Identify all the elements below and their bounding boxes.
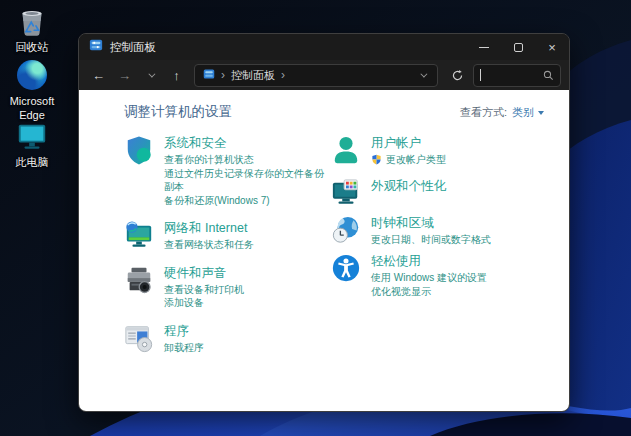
search-input[interactable] [485, 69, 539, 81]
window-controls: × [467, 34, 569, 60]
uac-shield-icon [371, 154, 382, 165]
refresh-icon [451, 69, 464, 82]
arrow-left-icon: ← [92, 68, 105, 83]
category-hardware-sound: 硬件和声音 查看设备和打印机 添加设备 [124, 265, 331, 310]
category-programs: 程序 卸载程序 [124, 323, 331, 355]
category-ease-of-access: 轻松使用 使用 Windows 建议的设置 优化视觉显示 [331, 253, 544, 298]
task-link[interactable]: 查看网络状态和任务 [164, 238, 254, 252]
category-title[interactable]: 网络和 Internet [164, 221, 254, 236]
minimize-icon [479, 47, 489, 48]
category-column-left: 系统和安全 查看你的计算机状态 通过文件历史记录保存你的文件备份副本 备份和还原… [124, 135, 331, 367]
category-title[interactable]: 程序 [164, 324, 204, 339]
maximize-icon [514, 43, 523, 52]
printer-icon [124, 265, 154, 295]
category-title[interactable]: 时钟和区域 [371, 216, 491, 231]
programs-icon [124, 323, 154, 353]
shield-icon [124, 135, 154, 165]
chevron-down-icon[interactable] [420, 70, 427, 77]
category-title[interactable]: 外观和个性化 [371, 179, 446, 194]
refresh-button[interactable] [444, 64, 470, 87]
task-link[interactable]: 使用 Windows 建议的设置 [371, 271, 487, 285]
navigation-bar: ← → ↑ › 控制面板 › [79, 60, 569, 90]
category-title[interactable]: 轻松使用 [371, 254, 487, 269]
category-network-internet: 网络和 Internet 查看网络状态和任务 [124, 220, 331, 252]
window-title: 控制面板 [110, 40, 156, 55]
view-by-label: 查看方式: [460, 105, 507, 120]
task-link[interactable]: 优化视觉显示 [371, 285, 487, 299]
minimize-button[interactable] [467, 34, 501, 60]
desktop-icon-label: 回收站 [16, 41, 49, 55]
category-appearance-personalization: 外观和个性化 [331, 178, 544, 208]
close-icon: × [548, 41, 556, 54]
user-icon [331, 135, 361, 165]
chevron-down-icon [148, 70, 155, 77]
task-link[interactable]: 通过文件历史记录保存你的文件备份副本 [164, 167, 331, 194]
breadcrumb-control-panel[interactable]: 控制面板 [231, 68, 275, 83]
titlebar: 控制面板 × [79, 34, 569, 60]
breadcrumb-separator: › [281, 68, 285, 82]
task-link[interactable]: 更改日期、时间或数字格式 [371, 233, 491, 247]
search-icon [543, 70, 554, 81]
page-title: 调整计算机的设置 [124, 103, 232, 121]
task-link[interactable]: 更改帐户类型 [371, 153, 446, 167]
recent-locations-button[interactable] [139, 64, 162, 86]
category-title[interactable]: 系统和安全 [164, 136, 331, 151]
caret-down-icon [538, 111, 544, 115]
task-link[interactable]: 查看你的计算机状态 [164, 153, 331, 167]
task-link[interactable]: 卸载程序 [164, 341, 204, 355]
recycle-bin-icon [15, 4, 49, 38]
back-button[interactable]: ← [87, 64, 110, 86]
breadcrumb-separator: › [221, 68, 225, 82]
ease-of-access-icon [331, 253, 361, 283]
personalization-icon [331, 178, 361, 208]
control-panel-content: 调整计算机的设置 查看方式: 类别 [79, 90, 569, 411]
view-by: 查看方式: 类别 [460, 103, 544, 120]
this-pc-icon [15, 119, 49, 153]
task-link[interactable]: 备份和还原(Windows 7) [164, 194, 331, 208]
arrow-up-icon: ↑ [173, 68, 180, 83]
desktop-icon-this-pc[interactable]: 此电脑 [2, 119, 62, 170]
maximize-button[interactable] [501, 34, 535, 60]
category-title[interactable]: 硬件和声音 [164, 266, 244, 281]
desktop-icon-recycle-bin[interactable]: 回收站 [2, 4, 62, 55]
search-box[interactable] [473, 64, 561, 87]
control-panel-icon [203, 66, 215, 84]
view-by-dropdown[interactable]: 类别 [512, 105, 544, 120]
clock-region-icon [331, 215, 361, 245]
close-button[interactable]: × [535, 34, 569, 60]
address-bar[interactable]: › 控制面板 › [194, 64, 438, 87]
forward-button[interactable]: → [113, 64, 136, 86]
task-link[interactable]: 添加设备 [164, 296, 244, 310]
desktop: 回收站 Microsoft Edge 此电脑 [0, 0, 631, 436]
category-clock-region: 时钟和区域 更改日期、时间或数字格式 [331, 215, 544, 247]
edge-icon [15, 58, 49, 92]
control-panel-icon [89, 38, 103, 56]
up-button[interactable]: ↑ [165, 64, 188, 86]
category-user-accounts: 用户帐户 更改帐户类型 [331, 135, 544, 167]
category-system-security: 系统和安全 查看你的计算机状态 通过文件历史记录保存你的文件备份副本 备份和还原… [124, 135, 331, 207]
category-title[interactable]: 用户帐户 [371, 136, 446, 151]
category-column-right: 用户帐户 更改帐户类型 [331, 135, 544, 367]
text-cursor [480, 69, 481, 81]
task-link[interactable]: 查看设备和打印机 [164, 283, 244, 297]
desktop-icon-label: 此电脑 [16, 156, 49, 170]
arrow-right-icon: → [118, 68, 131, 83]
control-panel-window: 控制面板 × ← → ↑ › 控制面板 [78, 33, 570, 412]
network-icon [124, 220, 154, 250]
desktop-icon-microsoft-edge[interactable]: Microsoft Edge [2, 58, 62, 123]
